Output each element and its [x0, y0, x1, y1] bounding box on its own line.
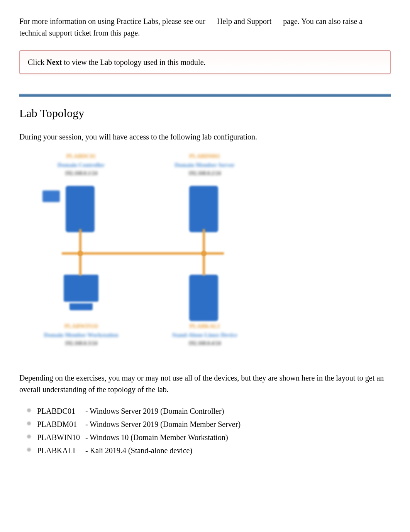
- device-desc: - Windows Server 2019 (Domain Controller…: [85, 407, 224, 415]
- server-icon: [66, 183, 95, 235]
- device-name: PLABDM01: [37, 418, 83, 430]
- list-item: PLABDM01 - Windows Server 2019 (Domain M…: [27, 418, 391, 431]
- topology-diagram: PLABDC01 Domain Controller 192.168.0.1/2…: [23, 152, 270, 360]
- server-icon: [189, 183, 218, 235]
- list-item: PLABKALI - Kali 2019.4 (Stand-alone devi…: [27, 444, 391, 457]
- workstation-icon: [64, 272, 98, 316]
- device-list: PLABDC01 - Windows Server 2019 (Domain C…: [27, 405, 391, 457]
- device-name: PLABDC01: [37, 405, 83, 417]
- device-name: PLABWIN10: [37, 432, 83, 443]
- next-suffix: to view the Lab topology used in this mo…: [62, 58, 205, 66]
- next-prefix: Click: [28, 58, 46, 66]
- network-node-icon: [201, 251, 207, 256]
- diagram-node-plabdm01: PLABDM01 Domain Member Server 192.168.0.…: [147, 152, 263, 177]
- intro-prefix: For more information on using Practice L…: [19, 17, 205, 25]
- device-desc: - Windows Server 2019 (Domain Member Ser…: [85, 420, 241, 428]
- device-desc: - Kali 2019.4 (Stand-alone device): [85, 446, 192, 455]
- device-description: Depending on the exercises, you may or m…: [19, 372, 391, 395]
- next-instruction-box: Click Next to view the Lab topology used…: [19, 50, 391, 74]
- list-item: PLABDC01 - Windows Server 2019 (Domain C…: [27, 405, 391, 418]
- network-node-icon: [78, 251, 83, 256]
- section-divider: [19, 93, 391, 97]
- device-desc: - Windows 10 (Domain Member Workstation): [85, 433, 228, 442]
- network-line: [62, 252, 224, 255]
- diagram-node-plabdc01: PLABDC01 Domain Controller 192.168.0.1/2…: [23, 152, 139, 177]
- intro-paragraph: For more information on using Practice L…: [19, 15, 391, 39]
- server-icon: [189, 272, 218, 324]
- next-bold: Next: [46, 58, 62, 66]
- device-name: PLABKALI: [37, 445, 83, 456]
- section-intro: During your session, you will have acces…: [19, 131, 391, 143]
- list-item: PLABWIN10 - Windows 10 (Domain Member Wo…: [27, 431, 391, 444]
- help-support-link[interactable]: Help and Support: [217, 15, 271, 27]
- section-heading: Lab Topology: [19, 104, 391, 122]
- diagram-node-plabwin10: PLABWIN10 Domain Member Workstation 192.…: [23, 322, 139, 347]
- diagram-node-plabkali: PLABKALI Stand-Alone Linux Device 192.16…: [147, 322, 263, 347]
